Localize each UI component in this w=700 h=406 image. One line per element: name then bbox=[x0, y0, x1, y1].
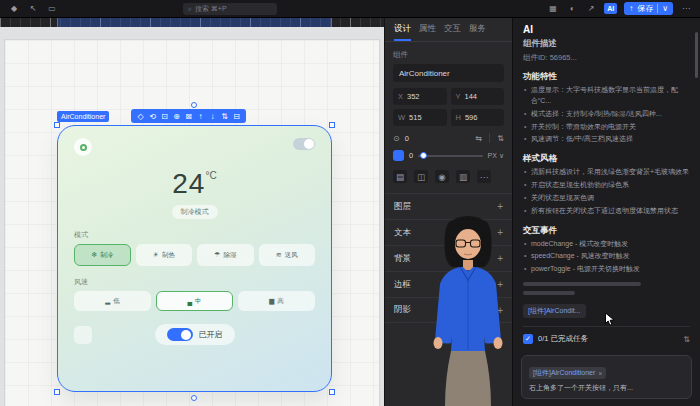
ai-chat-input[interactable]: [组件]AirConditioner × 右上角多了一个开关按钮，只有... bbox=[521, 355, 692, 399]
topbar: ◆ ↖ ▭ ⌕ 搜索 ⌘+P ▦ ◐ ↗ AI ↑ 保存 ∨ ⋯ bbox=[0, 0, 700, 18]
unit-dropdown[interactable]: PX ∨ bbox=[488, 152, 504, 160]
divider bbox=[489, 133, 490, 143]
resize-handle-nw[interactable] bbox=[54, 122, 60, 128]
power-toggle-pill[interactable]: 已开启 bbox=[155, 324, 235, 345]
humidity-icon: ☂ bbox=[214, 251, 220, 259]
speed-mid-icon: ▄ bbox=[187, 298, 192, 305]
input-component-chip[interactable]: [组件]AirConditioner × bbox=[529, 367, 606, 379]
tab-design[interactable]: 设计 bbox=[394, 18, 411, 41]
digital-human-video[interactable] bbox=[420, 210, 516, 406]
app-window: ◆ ↖ ▭ ⌕ 搜索 ⌘+P ▦ ◐ ↗ AI ↑ 保存 ∨ ⋯ AirCo bbox=[0, 0, 700, 406]
component-icon[interactable]: ⊠ bbox=[183, 112, 194, 121]
expand-icon[interactable]: ⇅ bbox=[683, 335, 690, 344]
rotate-icon[interactable]: ⟲ bbox=[147, 112, 158, 121]
selection-frame-label[interactable]: AirConditioner bbox=[57, 111, 109, 122]
rotation-row: ⊙ 0 ⇆ ⇅ bbox=[393, 133, 504, 143]
features-title: 功能特性 bbox=[523, 71, 690, 83]
resize-handle-bottom[interactable] bbox=[191, 395, 197, 401]
blend-icon[interactable]: ◉ bbox=[435, 170, 449, 183]
y-field[interactable]: Y 144 bbox=[451, 88, 505, 105]
delete-icon[interactable]: ⊟ bbox=[231, 112, 242, 121]
mode-button-cool[interactable]: ❄ 制冷 bbox=[74, 244, 131, 266]
h-value: 596 bbox=[465, 113, 478, 122]
corner-radius-icon[interactable] bbox=[393, 150, 404, 161]
panel-tabs: 设计 属性 交互 服务 bbox=[385, 18, 512, 42]
speed-button-mid[interactable]: ▄ 中 bbox=[156, 291, 233, 311]
resize-handle-sw[interactable] bbox=[54, 389, 60, 395]
component-reference-chip[interactable]: [组件]AirCondit... bbox=[523, 304, 586, 318]
share-icon[interactable]: ↗ bbox=[585, 3, 597, 15]
temperature-display: 24°C bbox=[74, 168, 315, 200]
canvas[interactable]: AirConditioner ◇ ⟲ ⊡ ⊕ ⊠ ↑ ↓ ⇅ ⊟ 24°C 制冷… bbox=[0, 18, 384, 406]
columns-icon[interactable]: ◫ bbox=[414, 170, 428, 183]
airconditioner-card[interactable]: 24°C 制冷模式 模式 ❄ 制冷 ☀ 制热 ☂ 除湿 ≋ bbox=[57, 125, 332, 392]
w-label: W bbox=[398, 113, 405, 122]
mode-button-label: 制热 bbox=[162, 251, 175, 260]
more-icon[interactable]: ⋯ bbox=[477, 170, 491, 183]
loading-bar bbox=[523, 282, 641, 286]
event-item: powerToggle - 电源开关切换时触发 bbox=[523, 264, 690, 275]
component-name-input[interactable]: AirConditioner bbox=[393, 64, 504, 82]
rotation-icon: ⊙ bbox=[393, 134, 400, 143]
add-icon[interactable]: ⊕ bbox=[171, 112, 182, 121]
effects-icon-row: ▤ ◫ ◉ ▥ ⋯ bbox=[393, 170, 504, 183]
save-divider bbox=[657, 4, 658, 13]
mode-button-fan[interactable]: ≋ 送风 bbox=[259, 244, 316, 266]
theme-icon[interactable]: ◐ bbox=[566, 3, 578, 15]
speed-button-low[interactable]: ▂ 低 bbox=[74, 291, 151, 311]
slider-handle[interactable] bbox=[420, 152, 427, 159]
move-tool-icon[interactable]: ↖ bbox=[27, 3, 39, 15]
flip-horizontal-icon[interactable]: ⇆ bbox=[476, 134, 483, 143]
radius-value[interactable]: 0 bbox=[409, 151, 413, 160]
height-field[interactable]: H 596 bbox=[451, 109, 505, 126]
x-field[interactable]: X 352 bbox=[393, 88, 447, 105]
reorder-icon[interactable]: ⇅ bbox=[219, 112, 230, 121]
resize-handle-se[interactable] bbox=[329, 389, 335, 395]
loading-bar bbox=[523, 291, 575, 295]
speed-button-high[interactable]: ▆ 高 bbox=[238, 291, 315, 311]
wind-icon: ≋ bbox=[276, 251, 282, 259]
speed-high-icon: ▆ bbox=[269, 297, 274, 305]
close-icon[interactable]: × bbox=[598, 370, 602, 377]
card-corner-toggle[interactable] bbox=[293, 138, 315, 150]
width-field[interactable]: W 515 bbox=[393, 109, 447, 126]
tab-interaction[interactable]: 交互 bbox=[444, 18, 461, 41]
feature-item: 开关控制：带滑动效果的电源开关 bbox=[523, 122, 690, 133]
temperature-value: 24 bbox=[172, 168, 205, 199]
arrow-up-icon[interactable]: ↑ bbox=[195, 112, 206, 121]
ai-panel: AI 组件描述 组件ID: 56965... 功能特性 温度显示：大字号科技感数… bbox=[512, 18, 700, 406]
y-label: Y bbox=[456, 92, 461, 101]
ai-assistant-button[interactable]: AI bbox=[604, 3, 617, 14]
align-icon[interactable]: ◇ bbox=[135, 112, 146, 121]
arrow-down-icon[interactable]: ↓ bbox=[207, 112, 218, 121]
more-icon[interactable]: ⋯ bbox=[680, 3, 692, 15]
grid-view-icon[interactable]: ▦ bbox=[547, 3, 559, 15]
duplicate-icon[interactable]: ⊡ bbox=[159, 112, 170, 121]
layout-grid-icon[interactable]: ▤ bbox=[393, 170, 407, 183]
tab-services[interactable]: 服务 bbox=[469, 18, 486, 41]
radius-slider[interactable] bbox=[418, 155, 482, 157]
power-toggle[interactable] bbox=[167, 328, 193, 341]
search-input[interactable]: ⌕ 搜索 ⌘+P bbox=[183, 3, 277, 15]
flip-vertical-icon[interactable]: ⇅ bbox=[497, 134, 504, 143]
chevron-down-icon: ∨ bbox=[499, 152, 504, 160]
mode-button-heat[interactable]: ☀ 制热 bbox=[136, 244, 193, 266]
resize-handle-top[interactable] bbox=[191, 102, 197, 108]
chip-label: [组件]AirConditioner bbox=[533, 368, 595, 378]
feature-item: 风速调节：低/中/高三档风速选择 bbox=[523, 134, 690, 145]
tab-attributes[interactable]: 属性 bbox=[419, 18, 436, 41]
mode-button-dry[interactable]: ☂ 除湿 bbox=[197, 244, 254, 266]
speed-button-label: 低 bbox=[113, 297, 120, 306]
mode-button-label: 除湿 bbox=[223, 251, 236, 260]
power-status-icon[interactable] bbox=[74, 138, 92, 156]
rotation-value[interactable]: 0 bbox=[405, 134, 409, 143]
resize-handle-ne[interactable] bbox=[329, 122, 335, 128]
texture-icon[interactable]: ▥ bbox=[456, 170, 470, 183]
search-placeholder: 搜索 ⌘+P bbox=[195, 4, 227, 14]
temperature-unit: °C bbox=[205, 170, 216, 181]
mode-status-badge: 制冷模式 bbox=[172, 205, 218, 219]
chevron-down-icon[interactable]: ∨ bbox=[662, 4, 668, 13]
frame-tool-icon[interactable]: ▭ bbox=[46, 3, 58, 15]
scrollbar-thumb[interactable] bbox=[695, 32, 698, 78]
save-button[interactable]: ↑ 保存 ∨ bbox=[624, 2, 673, 15]
